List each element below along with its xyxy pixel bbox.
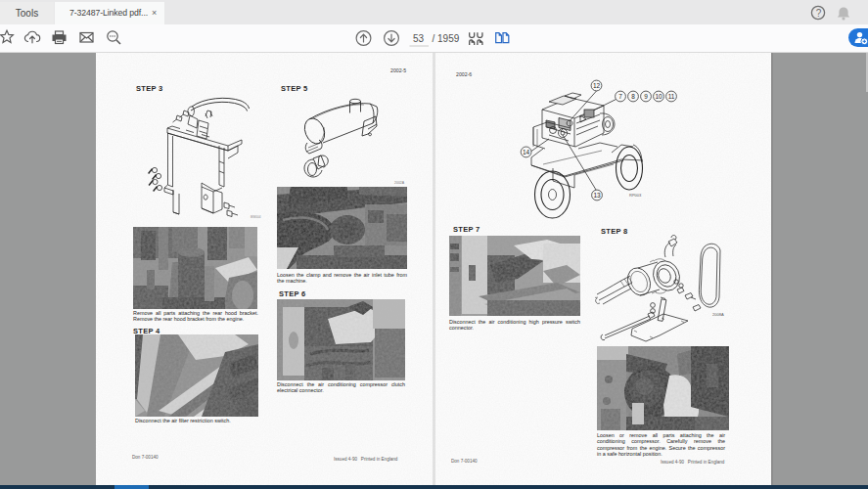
svg-text:/ 1959: / 1959 [433,33,460,44]
svg-text:11: 11 [668,93,675,100]
svg-text:8: 8 [631,93,635,100]
svg-text:2008A: 2008A [712,312,724,317]
svg-text:?: ? [816,8,822,19]
svg-text:RP003: RP003 [629,193,642,198]
svg-text:10: 10 [655,93,662,100]
svg-text:53: 53 [413,33,425,44]
svg-text:14: 14 [523,149,530,156]
svg-text:9: 9 [644,93,648,100]
svg-text:BW004: BW004 [251,215,261,219]
svg-text:7: 7 [618,93,622,100]
svg-text:13: 13 [593,192,601,199]
svg-text:12: 12 [593,82,601,89]
